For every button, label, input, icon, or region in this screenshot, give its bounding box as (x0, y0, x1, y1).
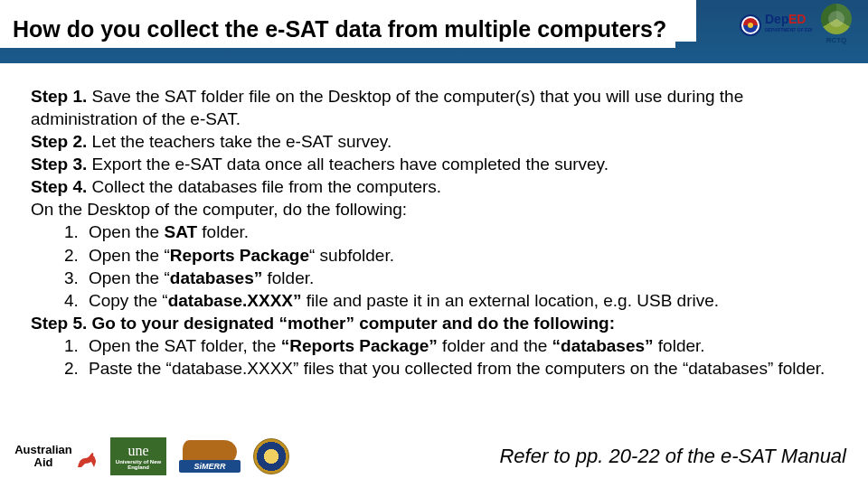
simerr-logo: SiMERR (175, 438, 244, 474)
list-item: Open the “Reports Package“ subfolder. (83, 244, 843, 267)
footer: Australian Aid une University of New Eng… (14, 437, 854, 475)
content-body: Step 1. Save the SAT folder file on the … (0, 63, 868, 390)
list-item: Open the “databases” folder. (83, 267, 843, 289)
page-title: How do you collect the e-SAT data from m… (0, 11, 675, 48)
rctq-logo: RCTQ (817, 4, 855, 49)
deped-logo: Dep ED DEPARTMENT OF EDUCATION (738, 7, 812, 45)
step-4-sublist: Open the SAT folder. Open the “Reports P… (31, 221, 843, 311)
svg-text:Dep: Dep (765, 12, 788, 26)
rctq-label: RCTQ (826, 36, 847, 44)
header-logo-group: Dep ED DEPARTMENT OF EDUCATION RCTQ (738, 4, 855, 49)
step-4-sub-intro: On the Desktop of the computer, do the f… (31, 198, 843, 221)
svg-point-1 (748, 23, 753, 28)
list-item: Open the SAT folder. (83, 221, 843, 243)
step-2: Step 2. Let the teachers take the e-SAT … (31, 130, 843, 153)
australian-aid-logo: Australian Aid (14, 437, 101, 475)
step-4: Step 4. Collect the databases file from … (31, 175, 843, 198)
step-5: Step 5. Go to your designated “mother” c… (31, 312, 843, 334)
svg-text:ED: ED (788, 12, 806, 26)
list-item: Copy the “database.XXXX” file and paste … (83, 289, 843, 312)
step-1: Step 1. Save the SAT folder file on the … (31, 85, 843, 130)
svg-text:DEPARTMENT OF EDUCATION: DEPARTMENT OF EDUCATION (765, 27, 812, 33)
list-item: Paste the “database.XXXX” files that you… (83, 357, 843, 380)
une-logo: une University of New England (110, 437, 166, 475)
step-5-sublist: Open the SAT folder, the “Reports Packag… (31, 334, 843, 380)
kangaroo-icon (76, 451, 101, 469)
step-3: Step 3. Export the e-SAT data once all t… (31, 153, 843, 175)
footer-reference: Refer to pp. 20-22 of the e-SAT Manual (499, 445, 854, 468)
list-item: Open the SAT folder, the “Reports Packag… (83, 334, 843, 357)
footer-logo-group: Australian Aid une University of New Eng… (14, 437, 289, 475)
pnu-seal-logo (253, 438, 289, 474)
